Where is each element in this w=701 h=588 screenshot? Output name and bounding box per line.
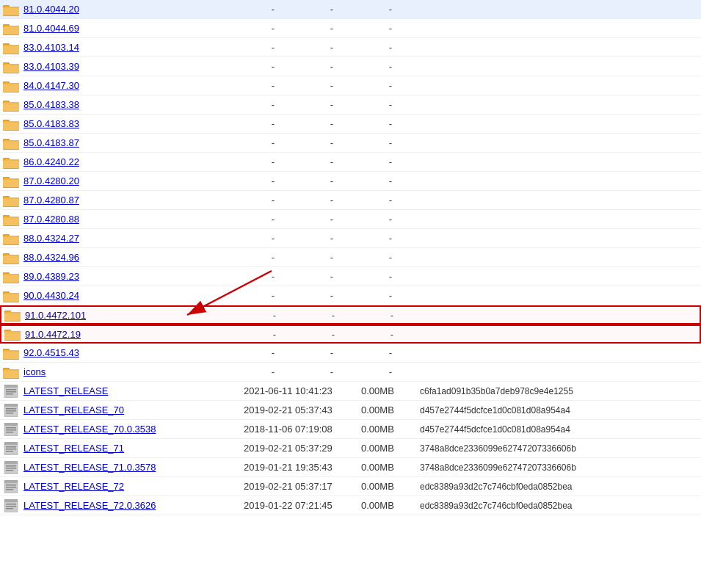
file-icon (3, 423, 19, 436)
col-name: 81.0.4044.69 (23, 23, 244, 34)
col-size-dash: - (302, 195, 361, 206)
list-item: 83.0.4103.39 - - - (0, 57, 701, 76)
col-size-dash: - (302, 80, 361, 91)
folder-icon (3, 60, 19, 73)
file-name[interactable]: icons (23, 366, 46, 377)
col-hash-dash: - (363, 329, 421, 340)
file-name[interactable]: 85.0.4183.87 (23, 137, 79, 148)
file-name[interactable]: 87.0.4280.88 (23, 214, 79, 225)
svg-rect-94 (4, 350, 18, 352)
file-name[interactable]: 87.0.4280.20 (23, 175, 79, 186)
file-name[interactable]: 83.0.4103.39 (23, 61, 79, 72)
file-name[interactable]: LATEST_RELEASE_72.0.3626 (23, 500, 156, 511)
file-icon (3, 461, 19, 474)
file-icon (3, 499, 19, 512)
file-name[interactable]: 89.0.4389.23 (23, 271, 79, 282)
col-date-dash: - (244, 118, 302, 129)
svg-rect-101 (4, 385, 18, 388)
svg-rect-8 (3, 26, 19, 35)
col-hash-dash: - (361, 366, 420, 377)
folder-icon (3, 232, 19, 245)
folder-icon (3, 213, 19, 226)
file-name[interactable]: 91.0.4472.101 (25, 310, 86, 321)
svg-rect-39 (4, 140, 18, 142)
file-name[interactable]: 86.0.4240.22 (23, 156, 79, 167)
list-item: 91.0.4472.101 - - - (0, 305, 701, 324)
svg-rect-63 (3, 236, 19, 244)
col-name: LATEST_RELEASE_71.0.3578 (23, 462, 244, 473)
svg-rect-38 (3, 141, 19, 149)
col-hash-dash: - (361, 156, 420, 167)
svg-rect-19 (4, 64, 18, 65)
list-item: 88.0.4324.96 - - - (0, 248, 701, 267)
col-date-dash: - (245, 329, 304, 340)
svg-rect-4 (4, 7, 18, 8)
col-size: 0.00MB (361, 385, 420, 396)
col-size-dash: - (302, 366, 361, 377)
file-name[interactable]: LATEST_RELEASE_72 (23, 481, 124, 492)
col-hash-dash: - (361, 233, 420, 244)
list-item: LATEST_RELEASE_70.0.3538 2018-11-06 07:1… (0, 420, 701, 439)
col-date-dash: - (244, 271, 302, 282)
svg-rect-119 (6, 451, 13, 452)
col-name: 90.0.4430.24 (23, 290, 244, 301)
file-name[interactable]: 87.0.4280.87 (23, 195, 79, 206)
col-date-dash: - (244, 156, 302, 167)
svg-rect-9 (4, 26, 18, 27)
col-size-dash: - (302, 290, 361, 301)
file-name[interactable]: LATEST_RELEASE_71.0.3578 (23, 462, 156, 473)
file-name[interactable]: 90.0.4430.24 (23, 290, 79, 301)
file-name[interactable]: 88.0.4324.27 (23, 233, 79, 244)
svg-rect-78 (3, 294, 19, 302)
folder-icon-wrap (3, 22, 19, 35)
col-hash: 3748a8dce2336099e62747207336606b (420, 462, 698, 473)
col-date-dash: - (244, 137, 302, 148)
file-icon-wrap (3, 385, 19, 398)
col-name: 84.0.4147.30 (23, 80, 244, 91)
file-name[interactable]: 85.0.4183.38 (23, 99, 79, 110)
file-name[interactable]: 85.0.4183.83 (23, 118, 79, 129)
file-name[interactable]: 92.0.4515.43 (23, 347, 79, 358)
file-icon (3, 480, 19, 493)
svg-rect-123 (6, 468, 16, 469)
col-size-dash: - (302, 175, 361, 186)
list-item: LATEST_RELEASE_71.0.3578 2019-01-21 19:3… (0, 458, 701, 477)
col-size-dash: - (302, 252, 361, 263)
folder-icon-wrap (3, 346, 19, 360)
col-hash-dash: - (361, 80, 420, 91)
col-hash: d457e2744f5dcfce1d0c081d08a954a4 (420, 405, 698, 415)
file-name[interactable]: 84.0.4147.30 (23, 80, 79, 91)
col-hash-dash: - (361, 214, 420, 225)
file-name[interactable]: 88.0.4324.96 (23, 252, 79, 263)
file-name[interactable]: LATEST_RELEASE (23, 385, 108, 396)
col-date-dash: - (244, 61, 302, 72)
file-name[interactable]: 83.0.4103.14 (23, 42, 79, 53)
list-item: LATEST_RELEASE_72.0.3626 2019-01-22 07:2… (0, 496, 701, 515)
col-date-dash: - (244, 347, 302, 358)
svg-rect-49 (4, 178, 18, 180)
file-name[interactable]: 91.0.4472.19 (25, 329, 81, 340)
col-name: LATEST_RELEASE_70 (23, 404, 244, 415)
svg-rect-33 (3, 122, 19, 130)
file-name[interactable]: 81.0.4044.20 (23, 4, 79, 15)
svg-rect-126 (4, 480, 18, 483)
col-size-dash: - (302, 214, 361, 225)
svg-rect-73 (3, 275, 19, 283)
col-name: 87.0.4280.20 (23, 175, 244, 186)
col-hash: 3748a8dce2336099e62747207336606b (420, 443, 698, 454)
folder-icon (3, 175, 19, 188)
file-name[interactable]: 81.0.4044.69 (23, 23, 79, 34)
svg-rect-48 (3, 179, 19, 187)
col-date-dash: - (244, 80, 302, 91)
col-date-dash: - (244, 42, 302, 53)
file-name[interactable]: LATEST_RELEASE_71 (23, 443, 124, 454)
file-name[interactable]: LATEST_RELEASE_70.0.3538 (23, 424, 156, 435)
svg-rect-112 (6, 427, 16, 429)
col-date-dash: - (244, 99, 302, 110)
file-name[interactable]: LATEST_RELEASE_70 (23, 404, 124, 415)
list-item: 85.0.4183.83 - - - (0, 115, 701, 134)
folder-icon-wrap (3, 60, 19, 73)
folder-icon-wrap (3, 366, 19, 379)
col-date-dash: - (244, 214, 302, 225)
list-item: 88.0.4324.27 - - - (0, 229, 701, 248)
